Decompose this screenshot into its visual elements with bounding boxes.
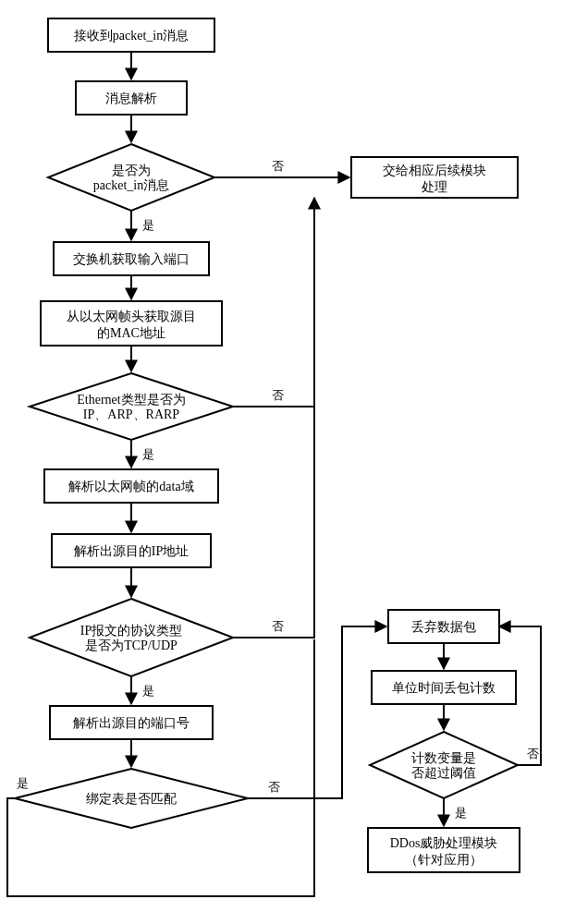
edge-d5-yes-label: 是 [455,806,467,820]
node-ddos-module-label-b: （针对应用） [405,853,483,867]
decision-threshold-label-b: 否超过阈值 [411,766,476,780]
node-get-input-port-label: 交换机获取输入端口 [73,252,190,266]
decision-ethernet-type-label-b: IP、ARP、RARP [83,407,179,421]
node-parse-port-label: 解析出源目的端口号 [73,716,190,730]
edge-d1-yes-label: 是 [142,218,154,232]
edge-d2-no [233,201,314,407]
decision-is-packet-in-label-a: 是否为 [112,164,151,177]
decision-is-packet-in-label-b: packet_in消息 [93,178,169,192]
edge-d1-no-label: 否 [272,159,284,173]
edge-d4-yes-label: 是 [17,776,29,790]
edge-d4-yes [7,639,314,896]
edge-d3-yes-label: 是 [142,684,154,698]
node-parse-data-field-label: 解析以太网帧的data域 [68,480,193,493]
edge-d4-yes-hidden [7,638,314,896]
edge-d5-no-label: 否 [527,747,539,760]
node-get-mac-label-a: 从以太网帧头获取源目 [67,310,196,323]
edge-d4-no-label: 否 [268,780,280,794]
edge-d2-no-label: 否 [272,388,284,402]
decision-protocol-type-label-b: 是否为TCP/UDP [85,638,177,652]
edge-d3-no [233,407,314,638]
node-drop-counter-label: 单位时间丢包计数 [392,681,496,695]
node-handoff-module-label-a: 交给相应后续模块 [383,164,486,177]
node-handoff-module-label-b: 处理 [422,180,447,194]
node-get-mac-label-b: 的MAC地址 [97,326,165,340]
decision-binding-match-label: 绑定表是否匹配 [86,792,177,806]
edge-d2-yes-label: 是 [142,447,154,461]
edge-d3-no-label: 否 [272,619,284,633]
node-parse-message-label: 消息解析 [105,91,157,105]
edge-d4-no [248,626,386,798]
node-receive-packet-in-label: 接收到packet_in消息 [74,29,189,43]
decision-threshold-label-a: 计数变量是 [411,751,476,765]
decision-protocol-type-label-a: IP报文的协议类型 [80,624,182,638]
node-ddos-module-label-a: DDos威胁处理模块 [390,836,498,850]
node-drop-packet-label: 丢弃数据包 [411,620,476,634]
node-parse-ip-label: 解析出源目的IP地址 [74,544,189,558]
decision-ethernet-type-label-a: Ethernet类型是否为 [77,393,185,407]
